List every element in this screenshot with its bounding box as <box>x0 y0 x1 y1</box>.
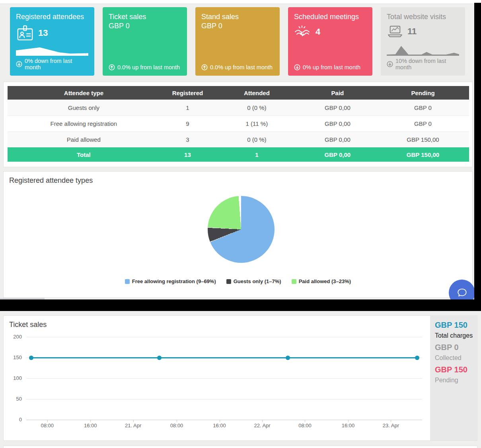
card-trend-text: 0% up from last month <box>303 64 360 70</box>
card-registered-attendees: Registered attendees 13 0% down from las… <box>10 7 94 76</box>
col-attended: Attended <box>215 86 298 100</box>
ticket-sales-panel: Ticket sales 20015010050008:0016:0021. A… <box>3 315 477 441</box>
col-registered: Registered <box>160 86 215 100</box>
cell-paid: GBP 0,00 <box>298 116 377 132</box>
table-total-row: Total 13 1 GBP 0,00 GBP 150,00 <box>8 147 469 162</box>
legend-item[interactable]: Guests only (1–7%) <box>226 278 281 284</box>
id-badge-icon <box>16 25 34 41</box>
legend-item[interactable]: Paid allowed (3–23%) <box>292 278 351 284</box>
data-point-marker[interactable] <box>286 356 290 360</box>
data-point-marker[interactable] <box>29 356 33 360</box>
x-axis-tick-label: 21. Apr <box>125 423 141 428</box>
data-point-marker[interactable] <box>157 356 162 360</box>
total-charges-label: Total charges <box>435 331 474 341</box>
cell-pending: GBP 150,00 <box>377 132 469 148</box>
table-header-row: Attendee type Registered Attended Paid P… <box>8 86 469 100</box>
x-axis-tick-mark <box>348 420 349 422</box>
y-gridline <box>26 399 422 399</box>
ticket-sales-summary: GBP 150 Total charges GBP 0 Collected GB… <box>430 316 477 440</box>
cell-registered: 3 <box>160 132 215 148</box>
x-axis-tick-mark <box>262 420 263 422</box>
y-gridline <box>26 378 422 379</box>
x-axis-tick-mark <box>47 420 48 422</box>
total-charges-value: GBP 150 <box>435 320 474 331</box>
attendees-sparkline <box>16 44 88 56</box>
data-point-marker[interactable] <box>415 356 419 360</box>
cell-pending: GBP 0 <box>377 100 469 116</box>
collected-value: GBP 0 <box>435 342 474 353</box>
trend-down-circle-icon <box>16 61 22 67</box>
cell-type: Paid allowed <box>8 132 160 148</box>
card-value: 4 <box>315 27 320 37</box>
y-axis-tick-label: 50 <box>4 396 22 402</box>
redaction-strip <box>474 3 481 311</box>
cell-type: Guests only <box>8 100 160 116</box>
cell-registered: 1 <box>160 100 215 116</box>
attendee-types-pie-chart[interactable] <box>208 196 275 263</box>
chat-bubble-icon <box>456 286 468 299</box>
attendee-table-panel: Attendee type Registered Attended Paid P… <box>3 82 473 167</box>
pie-legend: Free allowing registration (9–69%) Guest… <box>4 278 472 284</box>
cell-pending: GBP 0 <box>377 116 469 132</box>
card-trend-text: 10% down from last month <box>395 58 459 70</box>
cell-paid: GBP 0,00 <box>298 100 377 116</box>
handshake-icon <box>294 25 312 39</box>
cell-attended: 0 (0 %) <box>215 132 298 148</box>
cell-type: Free allowing registration <box>8 116 160 132</box>
laptop-icon <box>387 25 403 38</box>
ticket-sales-title: Ticket sales <box>9 321 47 329</box>
x-axis-tick-label: 16:00 <box>213 423 226 428</box>
cell-attended: 1 (11 %) <box>215 116 298 132</box>
card-subtitle: GBP 0 <box>109 22 181 31</box>
pie-chart-title: Registered attendee types <box>9 176 93 185</box>
x-axis-tick-mark <box>391 420 391 422</box>
x-axis-tick-mark <box>177 420 177 422</box>
redaction-band <box>0 299 481 311</box>
next-panel-top-edge <box>3 446 477 448</box>
trend-up-circle-icon <box>109 64 115 70</box>
card-title: Scheduled meetings <box>294 12 366 22</box>
cell-attended: 0 (0 %) <box>215 100 298 116</box>
collected-label: Collected <box>435 353 474 363</box>
table-row: Guests only 1 0 (0 %) GBP 0,00 GBP 0 <box>8 100 469 116</box>
x-axis-tick-label: 16:00 <box>84 423 97 428</box>
x-axis-tick-mark <box>133 420 134 422</box>
card-value: 13 <box>38 28 48 38</box>
stat-cards-row: Registered attendees 13 0% down from las… <box>10 7 465 76</box>
card-trend-text: 0.0% up from last month <box>117 64 180 70</box>
card-title: Ticket sales <box>109 12 181 22</box>
card-title: Total website visits <box>387 12 459 22</box>
card-trend-text: 0.0% up from last month <box>210 64 273 70</box>
legend-swatch <box>125 279 130 284</box>
table-row: Free allowing registration 9 1 (11 %) GB… <box>8 116 469 132</box>
visits-sparkline <box>387 41 459 56</box>
x-axis-tick-label: 16:00 <box>342 423 355 428</box>
card-ticket-sales: Ticket sales GBP 0 0.0% up from last mon… <box>103 7 187 76</box>
legend-swatch <box>226 279 231 284</box>
col-pending: Pending <box>377 86 469 100</box>
y-axis-tick-label: 100 <box>4 375 22 381</box>
ticket-sales-line-chart: Ticket sales 20015010050008:0016:0021. A… <box>4 316 430 440</box>
cell-registered: 13 <box>160 147 215 162</box>
trend-down-circle-icon <box>387 61 393 67</box>
x-axis-line <box>26 420 422 420</box>
x-axis-tick-label: 22. Apr <box>254 423 270 428</box>
card-title: Registered attendees <box>16 12 88 22</box>
card-stand-sales: Stand sales GBP 0 0.0% up from last mont… <box>195 7 280 76</box>
y-axis-tick-label: 150 <box>4 354 22 360</box>
legend-label: Free allowing registration (9–69%) <box>132 278 216 284</box>
x-axis-tick-label: 08:00 <box>41 423 54 428</box>
col-attendee-type: Attendee type <box>8 86 160 100</box>
top-bar <box>0 0 481 4</box>
attendee-summary-table: Attendee type Registered Attended Paid P… <box>8 86 469 162</box>
cell-paid: GBP 0,00 <box>298 132 377 148</box>
legend-label: Paid allowed (3–23%) <box>299 278 351 284</box>
card-title: Stand sales <box>201 12 274 22</box>
legend-item[interactable]: Free allowing registration (9–69%) <box>125 278 216 284</box>
pie-chart-panel: Registered attendee types Free allowing … <box>3 171 473 298</box>
y-axis-tick-label: 0 <box>4 417 22 423</box>
x-axis-tick-mark <box>90 420 91 422</box>
trend-down-circle-icon <box>294 64 300 70</box>
y-gridline <box>26 337 422 337</box>
x-axis-tick-mark <box>220 420 220 422</box>
